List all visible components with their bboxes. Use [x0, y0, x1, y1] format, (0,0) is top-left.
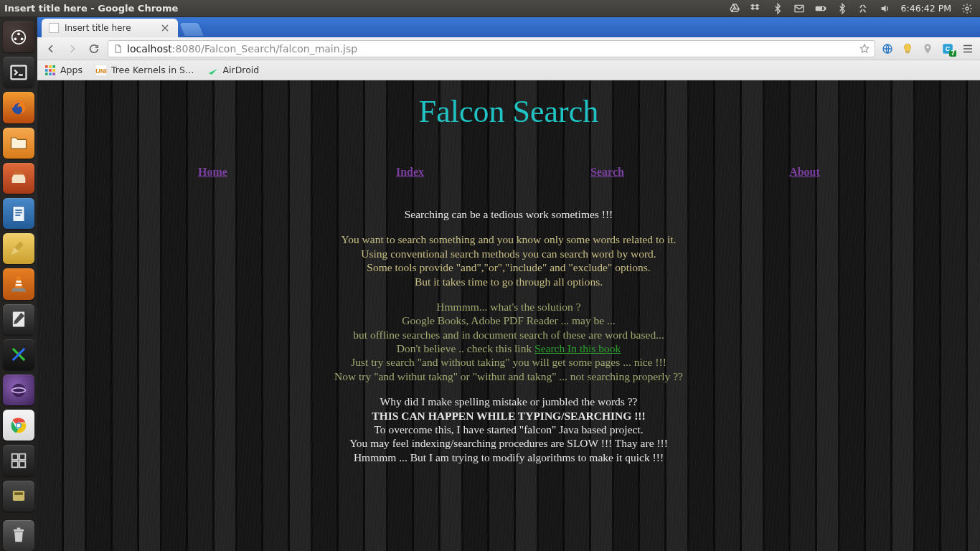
- bookmark-tree-kernels[interactable]: UNI Tree Kernels in S…: [95, 65, 194, 76]
- battery-icon[interactable]: [815, 3, 826, 14]
- body-line: Hmmmm... what's the solution ?: [37, 300, 980, 314]
- body-line: THIS CAN HAPPEN WHILE TYPING/SEARCHING !…: [37, 409, 980, 423]
- google-drive-icon[interactable]: [729, 3, 740, 14]
- nav-index[interactable]: Index: [396, 166, 424, 178]
- volume-icon[interactable]: [880, 3, 891, 14]
- svg-point-22: [17, 423, 20, 427]
- bookmark-star-icon[interactable]: [859, 43, 870, 55]
- svg-point-18: [12, 383, 26, 397]
- page-viewport: Falcon Search Home Index Search About Se…: [37, 80, 980, 551]
- launcher-eclipse[interactable]: [3, 375, 34, 405]
- launcher-trash[interactable]: [3, 520, 34, 551]
- svg-rect-16: [16, 284, 22, 286]
- bluetooth-icon[interactable]: [772, 3, 783, 14]
- bookmark-airdroid[interactable]: AirDroid: [207, 65, 260, 76]
- new-tab-button[interactable]: [179, 23, 203, 36]
- svg-rect-32: [906, 51, 909, 52]
- svg-rect-26: [19, 461, 25, 467]
- body-line: Now try "and withut takng" or "withut an…: [37, 369, 980, 383]
- extension-icons: C 7: [881, 42, 974, 55]
- bookmark-label: Apps: [60, 65, 83, 75]
- svg-rect-27: [13, 491, 24, 501]
- body-line: Don't believe .. check this link Search …: [37, 342, 980, 355]
- search-in-book-link[interactable]: Search In this book: [534, 342, 621, 354]
- browser-tab[interactable]: Insert title here: [42, 19, 178, 37]
- launcher-vlc[interactable]: [3, 268, 34, 299]
- page-icon: [113, 44, 123, 54]
- session-gear-icon[interactable]: [961, 3, 973, 14]
- bluetooth2-icon[interactable]: [837, 3, 848, 14]
- window-title: Insert title here - Google Chrome: [0, 3, 178, 14]
- body-line: Just try search "and without taking" you…: [37, 355, 980, 369]
- ext-bulb-icon[interactable]: [901, 42, 914, 55]
- unity-launcher: [0, 17, 37, 551]
- svg-rect-9: [11, 65, 27, 79]
- launcher-cleanup[interactable]: [3, 233, 34, 264]
- launcher-dash[interactable]: [3, 22, 34, 52]
- mail-icon[interactable]: [793, 3, 805, 14]
- ext-cookie-icon[interactable]: C 7: [941, 42, 954, 55]
- svg-rect-43: [49, 72, 52, 75]
- launcher-x-app[interactable]: [3, 339, 34, 370]
- launcher-chrome[interactable]: [3, 410, 34, 441]
- svg-rect-29: [14, 529, 24, 532]
- launcher-files[interactable]: [3, 128, 34, 159]
- body-line: You want to search something and you kno…: [37, 232, 980, 246]
- svg-rect-25: [12, 461, 18, 467]
- svg-rect-30: [17, 528, 21, 529]
- network-icon[interactable]: [858, 3, 870, 14]
- ext-globe-icon[interactable]: [881, 42, 894, 55]
- chrome-window: Insert title here localhost:8080/Falcon_…: [37, 17, 980, 551]
- body-line: Searching can be a tedious work sometime…: [37, 207, 980, 221]
- bookmark-apps[interactable]: Apps: [44, 65, 83, 76]
- airdroid-icon: [207, 65, 219, 76]
- svg-rect-11: [13, 206, 24, 221]
- body-line: Using conventional search methods you ca…: [37, 247, 980, 260]
- nav-home[interactable]: Home: [198, 166, 227, 178]
- launcher-libreoffice-writer[interactable]: [3, 198, 34, 229]
- nav-search[interactable]: Search: [590, 166, 624, 178]
- body-line: To overcome this, I have started "falcon…: [37, 423, 980, 436]
- svg-point-7: [14, 37, 17, 40]
- svg-rect-41: [52, 69, 55, 72]
- svg-rect-14: [15, 215, 20, 216]
- forward-button[interactable]: [65, 41, 80, 57]
- system-indicators: 6:46:42 PM: [729, 3, 980, 14]
- clock[interactable]: 6:46:42 PM: [901, 3, 951, 14]
- tab-close-button[interactable]: [161, 24, 169, 32]
- chrome-menu-button[interactable]: [961, 42, 974, 55]
- dropbox-icon[interactable]: [750, 3, 762, 14]
- address-bar[interactable]: localhost:8080/Falcon_Search/falcon_main…: [108, 40, 875, 57]
- reload-button[interactable]: [86, 41, 102, 57]
- ext-cookie-badge: 7: [949, 50, 956, 57]
- svg-rect-12: [15, 209, 22, 211]
- launcher-terminal[interactable]: [3, 57, 34, 88]
- back-button[interactable]: [43, 41, 59, 57]
- launcher-firefox[interactable]: [3, 92, 34, 123]
- nav-about[interactable]: About: [789, 166, 820, 178]
- page-nav: Home Index Search About: [114, 166, 903, 179]
- page-body: Searching can be a tedious work sometime…: [37, 207, 980, 464]
- svg-rect-2: [824, 7, 825, 9]
- svg-rect-28: [14, 493, 23, 496]
- bookmark-label: Tree Kernels in S…: [111, 65, 194, 75]
- svg-rect-40: [49, 69, 52, 72]
- svg-rect-39: [45, 69, 48, 72]
- svg-rect-38: [52, 65, 55, 68]
- bookmark-label: AirDroid: [223, 65, 260, 75]
- bookmark-favicon-icon: UNI: [95, 65, 107, 76]
- url-text: localhost:8080/Falcon_Search/falcon_main…: [127, 43, 357, 55]
- svg-text:UNI: UNI: [95, 67, 107, 75]
- body-line: But it takes time to go through all opti…: [37, 275, 980, 288]
- svg-point-4: [966, 7, 969, 10]
- svg-rect-42: [45, 72, 48, 75]
- launcher-workspace-switcher[interactable]: [3, 445, 34, 476]
- launcher-software-center[interactable]: [3, 163, 34, 194]
- bookmarks-bar: Apps UNI Tree Kernels in S… AirDroid: [37, 60, 980, 80]
- ext-marker-icon[interactable]: [921, 42, 934, 55]
- launcher-text-editor[interactable]: [3, 304, 34, 335]
- body-line: Google Books, Adobe PDF Reader ... may b…: [37, 314, 980, 327]
- launcher-external-drive[interactable]: [3, 481, 34, 512]
- svg-rect-24: [19, 454, 25, 460]
- svg-rect-13: [15, 212, 22, 213]
